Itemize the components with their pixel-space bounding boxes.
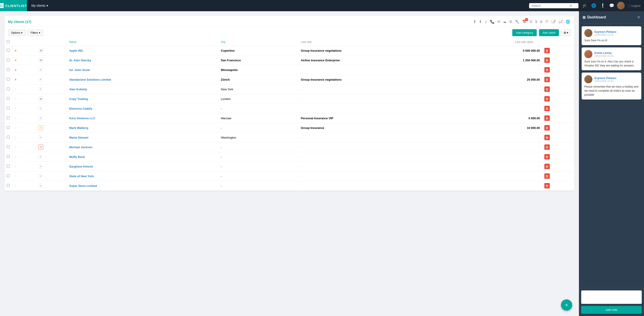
graduation-icon[interactable]: 🎓 — [581, 2, 588, 9]
filters-button[interactable]: Filters ▾ — [28, 30, 43, 36]
row-dropdown[interactable]: ▾ — [38, 87, 42, 91]
delete-button[interactable]: 🗑 — [544, 125, 550, 131]
upload-icon[interactable]: ⬆ — [472, 19, 477, 25]
options-button[interactable]: Options ▾ — [8, 30, 25, 36]
delete-button[interactable]: 🗑 — [544, 135, 550, 140]
client-name[interactable]: Super Store Limited — [69, 184, 97, 188]
row-dropdown[interactable]: ▾ — [38, 106, 42, 111]
add-client-button[interactable]: Add client — [539, 29, 559, 36]
star-empty[interactable]: ☆ — [14, 107, 17, 110]
cal-badge[interactable]: 16 — [38, 96, 43, 101]
star-filled[interactable]: ★ — [14, 68, 17, 72]
delete-button[interactable]: 🗑 — [544, 106, 550, 111]
fab-button[interactable]: + — [561, 299, 572, 310]
row-dropdown[interactable]: ▾ — [38, 164, 42, 168]
row-checkbox[interactable] — [7, 184, 10, 187]
row-checkbox[interactable] — [7, 155, 10, 158]
chart-icon[interactable]: 📈 — [558, 19, 564, 25]
client-name[interactable]: Apple INC. — [69, 49, 84, 52]
avatar[interactable] — [617, 2, 625, 10]
client-name[interactable]: Eleonora Caddly — [69, 107, 92, 110]
client-name[interactable]: Copy Trading — [69, 97, 88, 101]
row-checkbox[interactable] — [7, 87, 10, 90]
row-checkbox[interactable] — [7, 165, 10, 168]
row-dropdown[interactable]: ▾ — [38, 184, 42, 188]
client-name[interactable]: Kera Ventures LLC — [69, 117, 95, 120]
logout-button[interactable]: ⬚ Logout — [628, 4, 640, 8]
my-clients-nav[interactable]: My clients ▾ — [32, 4, 48, 8]
row-dropdown[interactable]: ▾ — [38, 174, 42, 178]
notes-icon[interactable]: 📝 — [551, 19, 556, 25]
delete-button[interactable]: 🗑 — [544, 164, 550, 169]
client-name[interactable]: Sargheve Kimchi — [69, 165, 93, 168]
dashboard-close-button[interactable]: ✕ — [637, 15, 640, 20]
th-city[interactable]: City — [218, 38, 299, 46]
settings-icon[interactable]: ⚙ — [508, 19, 513, 25]
star-empty[interactable]: ☆ — [14, 174, 17, 178]
email-icon[interactable]: ✉ — [496, 19, 501, 25]
add-note-button[interactable]: Add note — [581, 306, 642, 314]
row-checkbox[interactable] — [7, 126, 10, 129]
star-filled[interactable]: ★ — [14, 49, 17, 52]
search-icon[interactable]: ⚙ — [570, 4, 572, 8]
row-dropdown[interactable]: ▾ — [38, 155, 42, 159]
row-checkbox[interactable] — [7, 68, 10, 71]
client-name[interactable]: State of New York — [69, 174, 94, 178]
delete-button[interactable]: 🗑 — [544, 183, 550, 188]
brand-logo[interactable]: C| CLIENTLIST — [0, 0, 27, 11]
note-input[interactable] — [581, 290, 642, 304]
grid-view-button[interactable]: ⊞ ▾ — [561, 30, 571, 36]
client-name[interactable]: Alan Kubisty — [69, 88, 87, 91]
star-filled[interactable]: ★ — [14, 58, 17, 62]
row-checkbox[interactable] — [7, 145, 10, 148]
row-dropdown[interactable]: ▾ — [38, 135, 42, 139]
row-checkbox[interactable] — [7, 49, 10, 52]
cal-badge-red[interactable]: 22 — [38, 145, 43, 150]
client-name[interactable]: Standarized Solutions Limited — [69, 78, 111, 81]
add-category-button[interactable]: Add category — [512, 29, 537, 36]
th-name-sort[interactable]: Name — [67, 38, 219, 46]
delete-button[interactable]: 🗑 — [544, 87, 550, 92]
phone-icon[interactable]: 📞 — [490, 19, 495, 25]
download2-icon[interactable]: ⤓ — [484, 19, 488, 25]
tools-icon[interactable]: 🔧 — [514, 19, 520, 25]
row-checkbox[interactable] — [7, 116, 10, 119]
chat-icon[interactable]: 💬 — [608, 2, 615, 9]
search-bar[interactable]: ⚙ — [529, 3, 578, 8]
star-empty[interactable]: ☆ — [14, 184, 17, 188]
row-checkbox[interactable] — [7, 97, 10, 100]
row-checkbox[interactable] — [7, 174, 10, 177]
download-icon[interactable]: ⬇ — [478, 19, 482, 25]
star-empty[interactable]: ☆ — [14, 87, 17, 91]
star-empty[interactable]: ☆ — [14, 155, 17, 159]
delete-button[interactable]: 🗑 — [544, 67, 550, 73]
row-checkbox[interactable] — [7, 78, 10, 81]
cloud-icon[interactable]: ☁ — [502, 19, 507, 25]
row-dropdown[interactable]: ▾ — [38, 116, 42, 120]
select-all-checkbox[interactable] — [7, 40, 10, 43]
list-icon[interactable]: ☰ — [529, 19, 533, 25]
dollar-icon[interactable]: $ — [534, 19, 538, 25]
star-empty[interactable]: ☆ — [14, 136, 17, 139]
cal-badge[interactable]: 18 — [38, 58, 43, 63]
globe-icon[interactable]: 🌐 — [590, 2, 597, 9]
delete-button[interactable]: 🗑 — [544, 48, 550, 53]
row-checkbox[interactable] — [7, 58, 10, 61]
row-checkbox[interactable] — [7, 136, 10, 139]
cal-badge[interactable]: 18 — [38, 48, 43, 53]
delete-button[interactable]: 🗑 — [544, 77, 550, 82]
delete-button[interactable]: 🗑 — [544, 173, 550, 179]
delete-button[interactable]: 🗑 — [544, 144, 550, 150]
star-empty[interactable]: ☆ — [14, 126, 17, 130]
alert-icon[interactable]: ❕ — [599, 2, 606, 9]
client-name[interactable]: Michael Jackson — [69, 146, 92, 149]
client-name[interactable]: lut. John Snow — [69, 68, 90, 72]
row-dropdown[interactable]: ▾ — [38, 68, 42, 72]
star-empty[interactable]: ☆ — [14, 165, 17, 168]
cal-badge-orange[interactable]: 25 — [38, 125, 43, 130]
row-dropdown[interactable]: ▾ — [38, 78, 42, 82]
copy-icon[interactable]: ⧉ — [539, 19, 543, 25]
delete-button[interactable]: 🗑 — [544, 115, 550, 121]
delete-button[interactable]: 🗑 — [544, 96, 550, 102]
client-name[interactable]: dr. Alan Starsky — [69, 59, 91, 62]
